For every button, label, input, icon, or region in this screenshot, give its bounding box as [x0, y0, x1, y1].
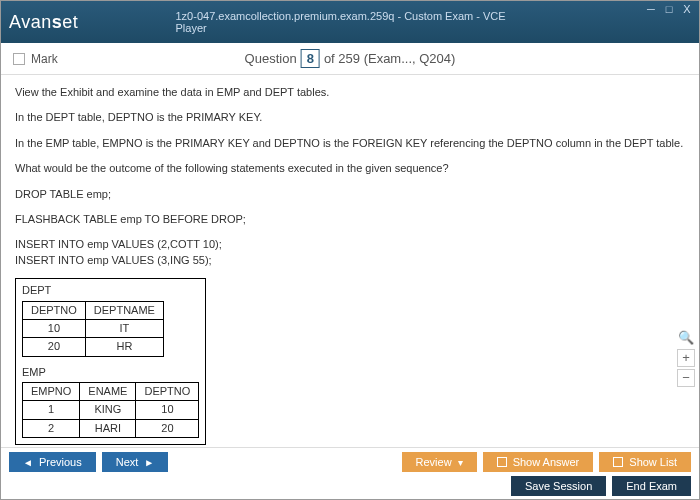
window-title: 1z0-047.examcollection.premium.exam.259q…: [176, 10, 525, 34]
dept-label: DEPT: [22, 283, 199, 298]
checkbox-icon: [497, 457, 507, 467]
magnifier-icon[interactable]: 🔍: [677, 329, 695, 347]
question-line: FLASHBACK TABLE emp TO BEFORE DROP;: [15, 212, 685, 227]
app-logo: Avanset: [9, 12, 78, 33]
next-button[interactable]: Next►: [102, 452, 169, 472]
question-line: DROP TABLE emp;: [15, 187, 685, 202]
question-total: of 259 (Exam..., Q204): [324, 51, 456, 66]
close-button[interactable]: X: [679, 3, 695, 17]
zoom-in-button[interactable]: +: [677, 349, 695, 367]
dept-table: DEPTNODEPTNAME 10IT 20HR: [22, 301, 164, 357]
show-list-button[interactable]: Show List: [599, 452, 691, 472]
previous-button[interactable]: ◄Previous: [9, 452, 96, 472]
chevron-left-icon: ◄: [23, 457, 33, 468]
question-label: Question: [245, 51, 297, 66]
review-button[interactable]: Review▾: [402, 452, 477, 472]
zoom-out-button[interactable]: −: [677, 369, 695, 387]
chevron-down-icon: ▾: [458, 457, 463, 468]
mark-label: Mark: [31, 52, 58, 66]
question-line: INSERT INTO emp VALUES (2,COTT 10); INSE…: [15, 237, 685, 268]
emp-table: EMPNOENAMEDEPTNO 1KING10 2HARI20: [22, 382, 199, 438]
question-line: What would be the outcome of the followi…: [15, 161, 685, 176]
checkbox-icon: [613, 457, 623, 467]
save-session-button[interactable]: Save Session: [511, 476, 606, 496]
question-line: In the EMP table, EMPNO is the PRIMARY K…: [15, 136, 685, 151]
end-exam-button[interactable]: End Exam: [612, 476, 691, 496]
chevron-right-icon: ►: [144, 457, 154, 468]
mark-checkbox[interactable]: [13, 53, 25, 65]
minimize-button[interactable]: ─: [643, 3, 659, 17]
question-number[interactable]: 8: [301, 49, 320, 68]
show-answer-button[interactable]: Show Answer: [483, 452, 594, 472]
question-content: View the Exhibit and examine the data in…: [1, 75, 699, 447]
question-line: View the Exhibit and examine the data in…: [15, 85, 685, 100]
emp-label: EMP: [22, 365, 199, 380]
maximize-button[interactable]: □: [661, 3, 677, 17]
question-line: In the DEPT table, DEPTNO is the PRIMARY…: [15, 110, 685, 125]
exhibit-box: DEPT DEPTNODEPTNAME 10IT 20HR EMP EMPNOE…: [15, 278, 206, 445]
